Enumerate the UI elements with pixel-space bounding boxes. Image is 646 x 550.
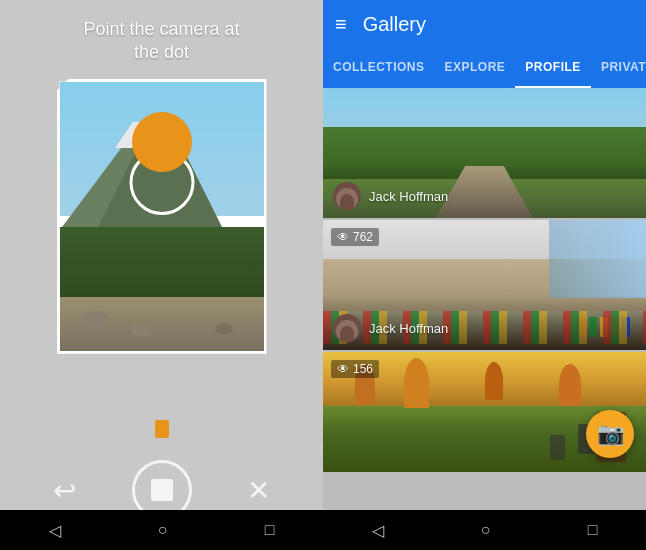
tab-private[interactable]: PRIVATE 🔒: [591, 48, 646, 88]
fab-camera-button[interactable]: 📷: [586, 410, 634, 458]
orange-dot: [132, 112, 192, 172]
close-button[interactable]: ✕: [237, 468, 281, 512]
tab-collections[interactable]: COLLECTIONS: [323, 48, 435, 88]
nav-back-left[interactable]: ◁: [49, 521, 61, 540]
left-android-nav: ◁ ○ □: [0, 510, 323, 550]
item-overlay-2: Jack Hoffman: [323, 294, 646, 350]
tab-profile[interactable]: PROFILE: [515, 48, 591, 88]
hamburger-icon[interactable]: ≡: [335, 13, 347, 36]
eye-icon-3: 👁: [337, 362, 349, 376]
eye-icon: 👁: [337, 230, 349, 244]
camera-icon: 📷: [597, 421, 624, 447]
item-author-1: Jack Hoffman: [369, 189, 448, 204]
nav-back-right[interactable]: ◁: [372, 521, 384, 540]
stop-icon: [151, 479, 173, 501]
view-count-3: 👁 156: [331, 360, 379, 378]
left-panel: Point the camera at the dot: [0, 0, 323, 550]
gallery-title: Gallery: [363, 13, 634, 36]
avatar-1: [333, 182, 361, 210]
gallery-item[interactable]: 👁 762 Jack Hoffman: [323, 220, 646, 350]
item-overlay-1: Jack Hoffman: [323, 162, 646, 218]
camera-viewfinder: [59, 81, 265, 352]
gallery-item[interactable]: Jack Hoffman: [323, 88, 646, 218]
right-android-nav: ◁ ○ □: [323, 510, 646, 550]
count-text-2: 762: [353, 230, 373, 244]
back-icon: ↩: [53, 474, 76, 507]
item-author-2: Jack Hoffman: [369, 321, 448, 336]
gallery-header: ≡ Gallery: [323, 0, 646, 48]
nav-recent-left[interactable]: □: [265, 521, 275, 539]
right-panel: ≡ Gallery COLLECTIONS EXPLORE PROFILE PR…: [323, 0, 646, 550]
nav-home-left[interactable]: ○: [158, 521, 168, 539]
view-count-2: 👁 762: [331, 228, 379, 246]
nav-home-right[interactable]: ○: [481, 521, 491, 539]
close-icon: ✕: [247, 474, 270, 507]
nav-recent-right[interactable]: □: [588, 521, 598, 539]
tab-explore[interactable]: EXPLORE: [435, 48, 516, 88]
tabs-bar: COLLECTIONS EXPLORE PROFILE PRIVATE 🔒: [323, 48, 646, 88]
avatar-2: [333, 314, 361, 342]
back-button[interactable]: ↩: [43, 468, 87, 512]
instruction-text: Point the camera at the dot: [83, 18, 239, 65]
count-text-3: 156: [353, 362, 373, 376]
progress-indicator: [155, 420, 169, 438]
viewfinder-wrap: [57, 79, 267, 354]
